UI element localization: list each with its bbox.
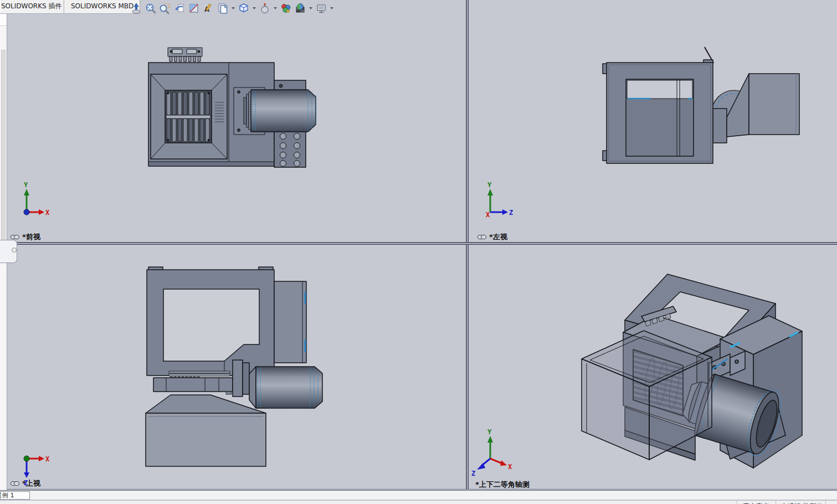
panel-expand-knob[interactable] (12, 248, 17, 253)
viewport-label-top: *上视 (10, 479, 40, 488)
status-separator (776, 501, 776, 504)
viewport-label-front: *前视 (10, 232, 40, 241)
svg-text:Y: Y (24, 181, 28, 189)
command-tab-bar: SOLIDWORKS 插件 SOLIDWORKS MBD (0, 0, 140, 14)
dropdown-arrow-icon[interactable] (307, 1, 314, 16)
triad-left: X Y Z (486, 181, 513, 219)
svg-text:Y: Y (487, 428, 492, 436)
hide-show-items-icon[interactable] (258, 1, 272, 16)
dropdown-arrow-icon[interactable] (230, 1, 237, 16)
apply-scene-icon[interactable] (293, 1, 307, 16)
zoom-to-area-icon[interactable] (158, 1, 172, 16)
solidworks-window: { "window": {"background": "#c6c9d2"}, "… (0, 0, 837, 504)
front-view-drawing: Y X (0, 0, 466, 242)
tab-motion-study[interactable]: 算例 1 (0, 491, 30, 500)
triad-front: Y X (24, 181, 50, 217)
viewport-top[interactable]: X Z (0, 245, 466, 490)
panel-mini-box (0, 13, 7, 26)
svg-text:Z: Z (509, 209, 513, 217)
heads-up-toolbar: A (129, 1, 335, 16)
link-views-icon (10, 234, 20, 240)
svg-text:X: X (45, 209, 50, 217)
svg-text:Y: Y (487, 181, 492, 189)
status-separator (825, 501, 826, 504)
panel-scrollbar[interactable] (1, 50, 6, 255)
3d-view-capture-icon[interactable] (215, 1, 230, 16)
dropdown-arrow-icon[interactable] (272, 1, 279, 16)
dropdown-arrow-icon[interactable] (328, 1, 335, 16)
triad-iso: Y X Z (471, 428, 512, 477)
view-orientation-icon[interactable] (237, 1, 251, 16)
link-views-icon (10, 480, 20, 487)
svg-text:X: X (486, 211, 490, 219)
section-view-icon[interactable] (187, 1, 201, 16)
view-settings-icon[interactable] (314, 1, 328, 16)
top-view-drawing: X Z (0, 245, 466, 490)
panel-flyout-tab[interactable] (0, 240, 17, 263)
horizontal-splitter[interactable] (0, 242, 837, 245)
zoom-to-fit-icon[interactable] (143, 1, 158, 16)
motion-study-bar: 算例 1 (0, 491, 837, 500)
tab-solidworks-addins[interactable]: SOLIDWORKS 插件 (0, 0, 64, 13)
iso-view-drawing: Y X Z (469, 245, 837, 490)
vertical-splitter[interactable] (466, 0, 469, 490)
svg-text:Z: Z (471, 470, 475, 477)
svg-text:X: X (45, 455, 50, 463)
viewport-label-left: *左视 (477, 232, 507, 241)
status-bar: 完全定义 在编辑 装配体 (0, 500, 837, 504)
edit-appearance-icon[interactable] (279, 1, 293, 16)
previous-view-icon[interactable] (172, 1, 187, 16)
dropdown-arrow-icon[interactable] (251, 1, 258, 16)
status-separator (737, 501, 737, 504)
svg-text:X: X (508, 463, 512, 471)
viewport-front[interactable]: Y X (0, 0, 466, 242)
viewport-label-iso: *上下二等角轴测 (475, 480, 530, 489)
status-fully-defined: 完全定义 (743, 502, 769, 504)
viewport-left[interactable]: X Y Z (469, 0, 837, 242)
left-view-drawing: X Y Z (469, 0, 837, 242)
viewport-iso[interactable]: Y X Z (469, 245, 837, 490)
link-views-icon (477, 234, 487, 240)
status-editing-assembly: 在编辑 装配体 (781, 502, 823, 504)
instant-3d-arrow-icon[interactable] (129, 1, 143, 16)
dynamic-annotation-icon[interactable]: A (201, 1, 215, 16)
